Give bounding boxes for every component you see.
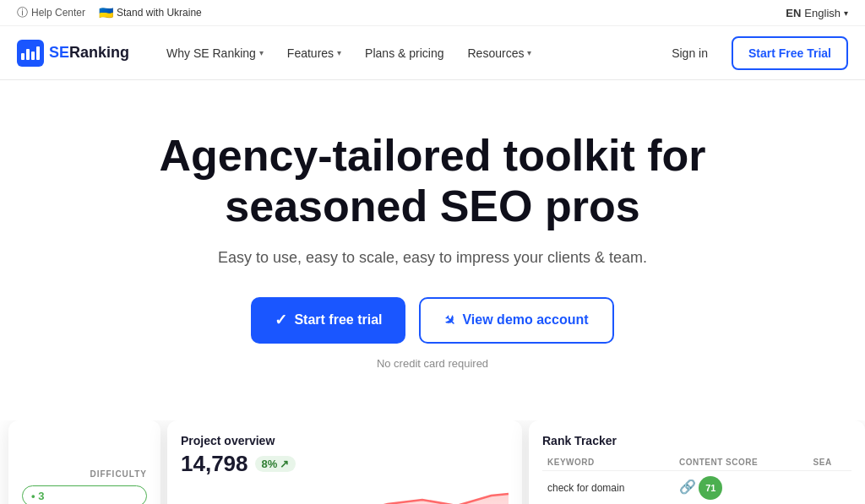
logo[interactable]: SERanking bbox=[17, 40, 129, 67]
keyword-cell: check for domain bbox=[542, 470, 674, 504]
main-navbar: SERanking Why SE Ranking ▾ Features ▾ Pl… bbox=[0, 26, 865, 80]
top-bar-left: ⓘ Help Center 🇺🇦 Stand with Ukraine bbox=[17, 5, 202, 20]
hero-buttons: ✓ Start free trial ✈ View demo account bbox=[17, 297, 848, 344]
no-credit-card-text: No credit card required bbox=[17, 357, 848, 370]
start-free-trial-button[interactable]: Start Free Trial bbox=[732, 36, 848, 70]
growth-badge: 8% ↗ bbox=[255, 456, 296, 472]
checkmark-circle-icon: ✓ bbox=[275, 311, 287, 329]
help-center-link[interactable]: ⓘ Help Center bbox=[17, 5, 85, 20]
nav-item-why-se-ranking[interactable]: Why SE Ranking ▾ bbox=[156, 40, 274, 67]
dashboard-preview: DIFFICULTY • 3 Project overview 14,798 8… bbox=[0, 420, 865, 504]
nav-item-plans-pricing[interactable]: Plans & pricing bbox=[355, 40, 454, 67]
chart-area bbox=[181, 487, 509, 504]
nav-links: Why SE Ranking ▾ Features ▾ Plans & pric… bbox=[156, 40, 541, 67]
language-selector[interactable]: EN English ▾ bbox=[786, 7, 848, 19]
project-overview-number: 14,798 8% ↗ bbox=[181, 451, 509, 477]
start-free-trial-hero-button[interactable]: ✓ Start free trial bbox=[251, 297, 405, 344]
logo-bars bbox=[21, 46, 40, 60]
arrow-up-right-icon: ↗ bbox=[280, 458, 289, 470]
table-row: check for domain 🔗 71 bbox=[542, 470, 851, 504]
send-icon: ✈ bbox=[441, 311, 460, 330]
chevron-down-icon: ▾ bbox=[259, 48, 264, 57]
hero-headline: Agency-tailored toolkit for seasoned SEO… bbox=[95, 131, 770, 232]
signin-button[interactable]: Sign in bbox=[658, 40, 721, 67]
view-demo-account-button[interactable]: ✈ View demo account bbox=[419, 297, 613, 344]
nav-item-features[interactable]: Features ▾ bbox=[277, 40, 351, 67]
link-icon: 🔗 bbox=[679, 480, 696, 494]
content-score-cell: 🔗 71 bbox=[674, 470, 808, 504]
sea-column-header: SEA bbox=[808, 454, 851, 471]
project-chart bbox=[181, 487, 509, 504]
content-score-column-header: CONTENT SCORE bbox=[674, 454, 808, 471]
ukraine-banner: 🇺🇦 Stand with Ukraine bbox=[99, 6, 202, 19]
rank-tracker-card: Rank Tracker KEYWORD CONTENT SCORE SEA c… bbox=[529, 420, 865, 504]
sea-cell bbox=[808, 470, 851, 504]
chevron-down-icon: ▾ bbox=[337, 48, 341, 57]
top-bar-right: EN English ▾ bbox=[786, 7, 848, 19]
keyword-column-header: KEYWORD bbox=[542, 454, 674, 471]
ukraine-flag: 🇺🇦 bbox=[99, 6, 113, 19]
help-icon: ⓘ bbox=[17, 5, 28, 20]
logo-icon bbox=[17, 40, 44, 67]
top-bar: ⓘ Help Center 🇺🇦 Stand with Ukraine EN E… bbox=[0, 0, 865, 26]
difficulty-card: DIFFICULTY • 3 bbox=[8, 420, 160, 504]
logo-text: SERanking bbox=[49, 44, 129, 62]
lang-chevron-icon: ▾ bbox=[844, 8, 848, 18]
chevron-down-icon: ▾ bbox=[527, 48, 531, 57]
project-overview-card: Project overview 14,798 8% ↗ bbox=[167, 420, 522, 504]
score-badge: 71 bbox=[699, 476, 722, 500]
hero-subtitle: Easy to use, easy to scale, easy to impr… bbox=[17, 249, 848, 267]
rank-table-header-row: KEYWORD CONTENT SCORE SEA bbox=[542, 454, 851, 471]
difficulty-badge: • 3 bbox=[22, 485, 147, 504]
nav-item-resources[interactable]: Resources ▾ bbox=[458, 40, 542, 67]
navbar-left: SERanking Why SE Ranking ▾ Features ▾ Pl… bbox=[17, 40, 541, 67]
hero-section: Agency-tailored toolkit for seasoned SEO… bbox=[0, 80, 865, 404]
rank-tracker-table: KEYWORD CONTENT SCORE SEA check for doma… bbox=[542, 454, 851, 504]
navbar-right: Sign in Start Free Trial bbox=[658, 36, 848, 70]
